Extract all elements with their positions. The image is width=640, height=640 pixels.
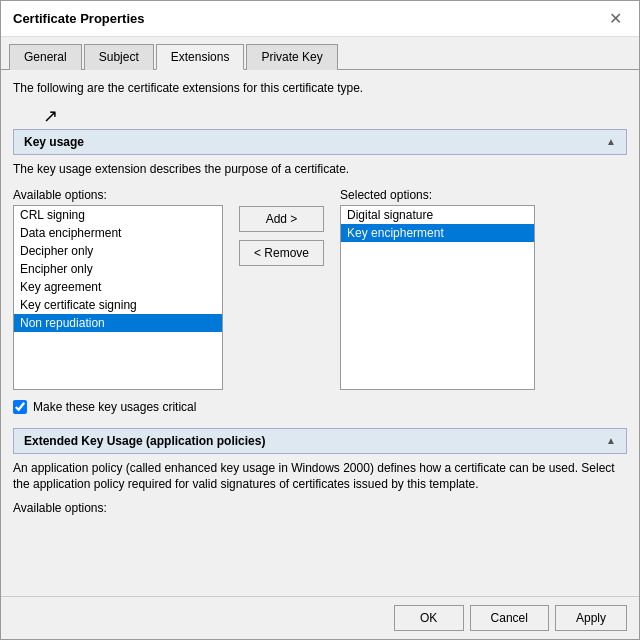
list-item[interactable]: Encipher only <box>14 260 222 278</box>
remove-button[interactable]: < Remove <box>239 240 324 266</box>
close-button[interactable]: ✕ <box>603 7 627 31</box>
cancel-button[interactable]: Cancel <box>470 605 549 631</box>
extended-available-label: Available options: <box>13 501 627 515</box>
ok-button[interactable]: OK <box>394 605 464 631</box>
tab-subject[interactable]: Subject <box>84 44 154 70</box>
list-item[interactable]: Data encipherment <box>14 224 222 242</box>
list-item[interactable]: Decipher only <box>14 242 222 260</box>
selected-options-label: Selected options: <box>340 188 535 202</box>
apply-button[interactable]: Apply <box>555 605 627 631</box>
add-button[interactable]: Add > <box>239 206 324 232</box>
extended-section-title: Extended Key Usage (application policies… <box>24 434 265 448</box>
main-scroll-area[interactable]: The following are the certificate extens… <box>1 70 639 596</box>
title-bar: Certificate Properties ✕ <box>1 1 639 37</box>
key-usage-columns: Available options: CRL signing Data enci… <box>13 188 627 390</box>
tab-extensions[interactable]: Extensions <box>156 44 245 70</box>
available-options-label: Available options: <box>13 188 223 202</box>
certificate-properties-dialog: Certificate Properties ✕ General Subject… <box>0 0 640 640</box>
list-item[interactable]: Key certificate signing <box>14 296 222 314</box>
critical-checkbox[interactable] <box>13 400 27 414</box>
main-content: The following are the certificate extens… <box>1 70 639 596</box>
list-item[interactable]: Key agreement <box>14 278 222 296</box>
selected-options-group: Selected options: Digital signature Key … <box>340 188 535 390</box>
key-usage-description: The key usage extension describes the pu… <box>13 161 627 178</box>
extended-section-chevron: ▲ <box>606 435 616 446</box>
extended-key-usage-section: Extended Key Usage (application policies… <box>13 428 627 516</box>
tab-general[interactable]: General <box>9 44 82 70</box>
critical-checkbox-label[interactable]: Make these key usages critical <box>33 400 196 414</box>
tabs-bar: General Subject Extensions Private Key <box>1 37 639 70</box>
available-options-listbox[interactable]: CRL signing Data encipherment Decipher o… <box>13 205 223 390</box>
cursor-indicator: ↗ <box>43 105 627 127</box>
selected-options-listbox[interactable]: Digital signature Key encipherment <box>340 205 535 390</box>
selected-item-digital-signature[interactable]: Digital signature <box>341 206 534 224</box>
selected-item-key-encipherment[interactable]: Key encipherment <box>341 224 534 242</box>
available-options-group: Available options: CRL signing Data enci… <box>13 188 223 390</box>
scroll-container: The following are the certificate extens… <box>1 70 639 596</box>
intro-text: The following are the certificate extens… <box>13 80 627 97</box>
key-usage-title: Key usage <box>24 135 84 149</box>
extended-section-header[interactable]: Extended Key Usage (application policies… <box>13 428 627 454</box>
dialog-footer: OK Cancel Apply <box>1 596 639 639</box>
list-item[interactable]: CRL signing <box>14 206 222 224</box>
extended-section-description: An application policy (called enhanced k… <box>13 460 627 494</box>
list-item-selected[interactable]: Non repudiation <box>14 314 222 332</box>
transfer-buttons: Add > < Remove <box>231 206 332 266</box>
key-usage-chevron: ▲ <box>606 136 616 147</box>
key-usage-section-header[interactable]: Key usage ▲ <box>13 129 627 155</box>
dialog-title: Certificate Properties <box>13 11 145 26</box>
tab-private-key[interactable]: Private Key <box>246 44 337 70</box>
critical-checkbox-row: Make these key usages critical <box>13 400 627 414</box>
